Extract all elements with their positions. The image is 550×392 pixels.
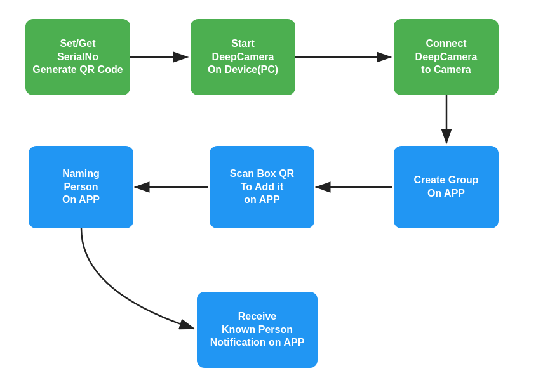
node-connect-camera: Connect DeepCamera to Camera [394, 19, 499, 95]
node-start-deepcamera: Start DeepCamera On Device(PC) [191, 19, 295, 95]
node-receive-notification: Receive Known Person Notification on APP [197, 292, 318, 368]
node-label-receive-notification: Receive Known Person Notification on APP [210, 310, 305, 350]
arrow-naming-to-receive [81, 228, 194, 329]
node-label-naming-person: Naming Person On APP [62, 167, 100, 207]
flowchart: Set/Get SerialNo Generate QR CodeStart D… [0, 0, 550, 392]
node-label-connect-camera: Connect DeepCamera to Camera [415, 37, 478, 77]
node-naming-person: Naming Person On APP [29, 146, 133, 228]
node-set-get: Set/Get SerialNo Generate QR Code [25, 19, 130, 95]
node-label-create-group: Create Group On APP [413, 174, 478, 200]
node-label-start-deepcamera: Start DeepCamera On Device(PC) [208, 37, 278, 77]
node-label-set-get: Set/Get SerialNo Generate QR Code [32, 37, 123, 77]
node-create-group: Create Group On APP [394, 146, 499, 228]
node-label-scan-box: Scan Box QR To Add it on APP [230, 167, 294, 207]
node-scan-box: Scan Box QR To Add it on APP [210, 146, 314, 228]
